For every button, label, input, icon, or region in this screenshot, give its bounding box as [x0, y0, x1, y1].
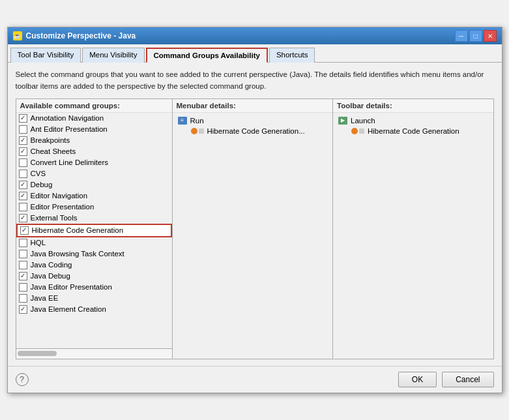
command-group-label: Debug — [31, 181, 53, 188]
tab-bar: Tool Bar Visibility Menu Visibility Comm… — [8, 44, 502, 63]
list-item[interactable]: HQL — [16, 237, 172, 248]
dialog-content: Tool Bar Visibility Menu Visibility Comm… — [8, 44, 502, 393]
checkbox[interactable] — [19, 214, 27, 222]
menubar-details-list: ≡RunHibernate Code Generation... — [173, 113, 333, 359]
checkbox[interactable] — [19, 294, 27, 303]
gear-icon — [191, 128, 204, 134]
window-icon: ☕ — [13, 31, 22, 40]
command-groups-list[interactable]: Annotation NavigationAnt Editor Presenta… — [16, 113, 172, 348]
command-group-label: Cheat Sheets — [31, 147, 76, 155]
toolbar-detail-label: Launch — [351, 117, 375, 125]
right-panel-header: Toolbar details: — [333, 99, 493, 113]
list-item[interactable]: Hibernate Code Generation — [16, 224, 172, 237]
close-button[interactable]: ✕ — [484, 30, 497, 42]
command-group-label: External Tools — [31, 214, 78, 222]
checkbox[interactable] — [19, 147, 27, 156]
menubar-detail-label: Run — [190, 117, 204, 125]
command-group-label: Java Debug — [31, 272, 70, 280]
list-item[interactable]: Java Element Creation — [16, 304, 172, 315]
tab-shortcuts[interactable]: Shortcuts — [269, 48, 315, 63]
checkbox[interactable] — [19, 125, 27, 134]
checkbox[interactable] — [19, 203, 27, 211]
list-item[interactable]: Ant Editor Presentation — [16, 124, 172, 135]
checkbox[interactable] — [19, 114, 27, 123]
minimize-button[interactable]: ─ — [455, 30, 468, 42]
menu-icon: ≡ — [178, 117, 187, 125]
list-item[interactable]: Editor Presentation — [16, 202, 172, 213]
list-item[interactable]: Java Editor Presentation — [16, 282, 172, 293]
tab-command-groups[interactable]: Command Groups Availability — [146, 48, 268, 63]
description-text: Select the command groups that you want … — [16, 69, 494, 92]
menubar-detail-item: Hibernate Code Generation... — [177, 126, 329, 136]
main-window: ☕ Customize Perspective - Java ─ □ ✕ Too… — [7, 27, 502, 393]
window-title: Customize Perspective - Java — [26, 31, 136, 40]
command-group-label: Java EE — [31, 294, 59, 302]
command-group-label: CVS — [31, 170, 46, 177]
checkbox[interactable] — [19, 158, 27, 167]
list-item[interactable]: Debug — [16, 179, 172, 190]
toolbar-detail-item: Hibernate Code Generation — [337, 126, 489, 136]
toolbar-detail-label: Hibernate Code Generation — [368, 127, 459, 135]
title-controls: ─ □ ✕ — [455, 30, 497, 42]
list-item[interactable]: Editor Navigation — [16, 190, 172, 202]
command-group-label: Editor Navigation — [31, 192, 88, 200]
command-group-label: Java Browsing Task Context — [31, 250, 124, 258]
list-item[interactable]: Cheat Sheets — [16, 146, 172, 157]
command-group-label: Convert Line Delimiters — [31, 158, 109, 166]
command-group-label: Java Element Creation — [31, 305, 106, 313]
tab-toolbar-visibility[interactable]: Tool Bar Visibility — [10, 48, 81, 63]
checkbox[interactable] — [19, 239, 27, 247]
checkbox[interactable] — [19, 136, 27, 145]
toolbar-details-list: ▶LaunchHibernate Code Generation — [333, 113, 493, 359]
checkbox[interactable] — [19, 272, 27, 280]
checkbox[interactable] — [20, 226, 29, 235]
ok-button[interactable]: OK — [398, 372, 437, 387]
button-group: OK Cancel — [398, 372, 494, 387]
panels-container: Available command groups: Annotation Nav… — [16, 98, 494, 359]
cancel-button[interactable]: Cancel — [442, 372, 493, 387]
left-panel: Available command groups: Annotation Nav… — [16, 99, 173, 359]
checkbox[interactable] — [19, 283, 27, 292]
checkbox[interactable] — [19, 261, 27, 269]
menubar-detail-label: Hibernate Code Generation... — [207, 127, 305, 135]
main-content-area: Select the command groups that you want … — [8, 63, 502, 366]
list-item[interactable]: Java Debug — [16, 271, 172, 282]
list-item[interactable]: Convert Line Delimiters — [16, 157, 172, 168]
maximize-button[interactable]: □ — [469, 30, 482, 42]
h-scroll-thumb[interactable] — [18, 351, 57, 356]
title-bar-left: ☕ Customize Perspective - Java — [13, 31, 136, 40]
command-group-label: Java Editor Presentation — [31, 283, 112, 291]
list-item[interactable]: Java EE — [16, 293, 172, 304]
bottom-bar: ? OK Cancel — [8, 366, 502, 393]
list-item[interactable]: CVS — [16, 168, 172, 179]
checkbox[interactable] — [19, 192, 27, 200]
horizontal-scrollbar[interactable] — [16, 348, 172, 359]
checkbox[interactable] — [19, 181, 27, 189]
list-item[interactable]: Annotation Navigation — [16, 113, 172, 124]
list-item[interactable]: Java Coding — [16, 260, 172, 271]
command-group-label: Editor Presentation — [31, 203, 95, 211]
checkbox[interactable] — [19, 250, 27, 258]
checkbox[interactable] — [19, 170, 27, 178]
menubar-detail-item: ≡Run — [177, 115, 329, 126]
checkbox[interactable] — [19, 305, 27, 314]
command-group-label: Ant Editor Presentation — [31, 125, 108, 133]
help-button[interactable]: ? — [16, 373, 29, 386]
gear-icon — [351, 128, 364, 134]
command-group-label: Breakpoints — [31, 136, 70, 144]
tab-menu-visibility[interactable]: Menu Visibility — [82, 48, 144, 63]
middle-panel-header: Menubar details: — [173, 99, 333, 113]
command-group-label: HQL — [31, 239, 46, 247]
toolbar-detail-item: ▶Launch — [337, 115, 489, 126]
command-group-label: Java Coding — [31, 261, 72, 269]
right-panel: Toolbar details: ▶LaunchHibernate Code G… — [333, 99, 493, 359]
list-item[interactable]: Java Browsing Task Context — [16, 248, 172, 260]
list-item[interactable]: External Tools — [16, 213, 172, 224]
middle-panel: Menubar details: ≡RunHibernate Code Gene… — [173, 99, 334, 359]
left-panel-header: Available command groups: — [16, 99, 172, 113]
command-group-label: Hibernate Code Generation — [32, 226, 124, 234]
command-group-label: Annotation Navigation — [31, 114, 104, 122]
list-item[interactable]: Breakpoints — [16, 135, 172, 146]
toolbar-icon: ▶ — [338, 117, 347, 125]
title-bar: ☕ Customize Perspective - Java ─ □ ✕ — [8, 27, 502, 44]
